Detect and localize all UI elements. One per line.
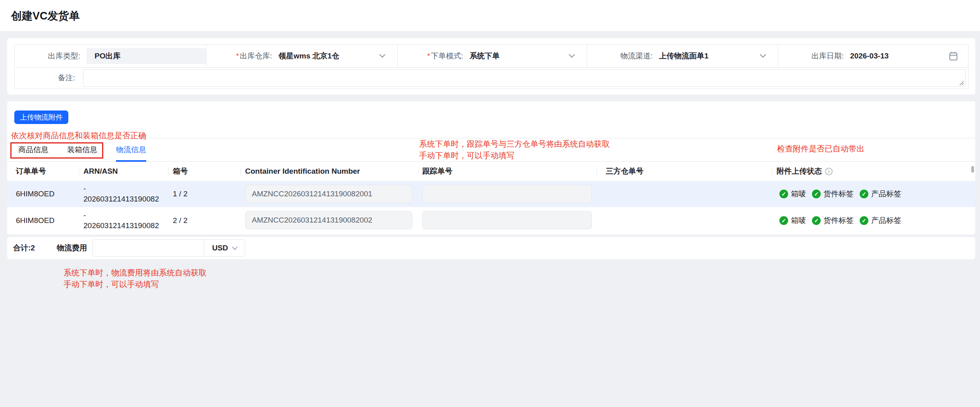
annotation-tracking-note: 系统下单时，跟踪单号与三方仓单号将由系统自动获取 手动下单时，可以手动填写: [419, 138, 610, 161]
outbound-date-label: 出库日期:: [778, 51, 844, 61]
table-scrollbar-thumb[interactable]: [971, 166, 974, 172]
outbound-warehouse-label: *出库仓库:: [207, 51, 272, 61]
header-separator: [240, 167, 241, 176]
header-arn-asn: ARN/ASN: [83, 167, 118, 176]
cell-order-no: 6HIM8OED: [16, 216, 54, 225]
tab-logistics-info[interactable]: 物流信息: [116, 138, 146, 161]
table-header: 订单单号 ARN/ASN 箱号 Container Identification…: [7, 162, 975, 181]
field-logistics-channel[interactable]: 物流渠道: 上传物流面单1: [587, 45, 778, 67]
annotation-attachment-note: 检查附件是否已自动带出: [777, 143, 864, 155]
cell-box-no: 2 / 2: [173, 216, 187, 225]
header-box-no: 箱号: [173, 166, 188, 176]
top-bar: 创建VC发货单: [0, 0, 980, 31]
cell-order-no: 6HIM8OED: [16, 190, 54, 198]
annotation-check-tabs: 依次核对商品信息和装箱信息是否正确: [11, 130, 149, 141]
check-circle-icon: ✓: [812, 190, 821, 198]
table-footer-card: 合计:2 物流费用 USD: [7, 237, 975, 259]
outbound-type-label: 出库类型:: [15, 51, 80, 61]
attachment-product-label: ✓产品标签: [860, 189, 901, 199]
attachment-shipment-label: ✓货件标签: [812, 215, 854, 226]
check-circle-icon: ✓: [860, 216, 868, 225]
cell-arn-asn: - 202603121413190082: [83, 184, 159, 204]
container-id-input[interactable]: [245, 211, 412, 229]
attachment-box-mark: ✓箱唛: [779, 215, 806, 226]
check-circle-icon: ✓: [812, 216, 821, 225]
total-count: 合计:2: [13, 243, 35, 253]
header-container-id: Container Identification Number: [245, 167, 360, 176]
order-mode-label: *下单模式:: [398, 51, 463, 61]
header-separator: [168, 167, 168, 176]
header-separator: [772, 167, 772, 176]
outbound-warehouse-value[interactable]: 领星wms 北京1仓: [278, 51, 339, 61]
logistics-fee-label: 物流费用: [57, 243, 87, 253]
chevron-down-icon: [232, 244, 238, 250]
page-title: 创建VC发货单: [11, 9, 80, 23]
logistics-channel-value[interactable]: 上传物流面单1: [659, 51, 709, 61]
attachment-box-mark: ✓箱唛: [779, 189, 806, 199]
check-circle-icon: ✓: [779, 190, 788, 198]
field-outbound-warehouse[interactable]: *出库仓库: 领星wms 北京1仓: [207, 45, 398, 67]
remark-label: 备注:: [15, 73, 75, 83]
cell-arn-asn: - 202603121413190082: [83, 210, 159, 231]
calendar-icon[interactable]: [949, 51, 958, 61]
attachment-status-group: ✓箱唛 ✓货件标签 ✓产品标签: [779, 189, 901, 199]
attachment-status-group: ✓箱唛 ✓货件标签 ✓产品标签: [779, 215, 901, 226]
chevron-down-icon: [379, 52, 386, 58]
check-circle-icon: ✓: [779, 216, 788, 225]
logistics-fee-group: USD: [92, 239, 245, 257]
table-row: 6HIM8OED - 202603121413190082 1 / 2 ✓箱唛 …: [7, 181, 975, 207]
required-asterisk: *: [236, 52, 239, 60]
chevron-down-icon: [569, 52, 575, 58]
tracking-no-input[interactable]: [422, 185, 592, 203]
attachment-product-label: ✓产品标签: [860, 215, 901, 226]
header-attachment-status: 附件上传状态 i: [777, 166, 833, 176]
info-icon[interactable]: i: [825, 168, 833, 175]
header-third-party-no: 三方仓单号: [606, 166, 644, 176]
table-row: 6HIM8OED - 202603121413190082 2 / 2 ✓箱唛 …: [7, 207, 975, 234]
chevron-down-icon: [760, 52, 766, 58]
outbound-date-value[interactable]: 2026-03-13: [850, 52, 889, 60]
required-asterisk: *: [427, 52, 430, 60]
shipment-form-card: 出库类型: PO出库 *出库仓库: 领星wms 北京1仓 *下单模式: 系统下单…: [7, 38, 975, 95]
field-outbound-type: 出库类型: PO出库: [15, 45, 207, 67]
upload-logistics-attachment-button[interactable]: 上传物流附件: [14, 110, 68, 124]
annotation-red-box: [10, 142, 103, 159]
logistics-fee-input[interactable]: [93, 240, 204, 256]
logistics-info-card: 上传物流附件 依次核对商品信息和装箱信息是否正确 商品信息 装箱信息 物流信息 …: [7, 101, 975, 235]
field-order-mode[interactable]: *下单模式: 系统下单: [398, 45, 587, 67]
header-separator: [597, 167, 597, 176]
outbound-type-input[interactable]: PO出库: [87, 48, 206, 64]
remark-textarea[interactable]: [83, 69, 966, 87]
currency-select[interactable]: USD: [204, 240, 245, 256]
container-id-input[interactable]: [245, 185, 412, 203]
field-outbound-date[interactable]: 出库日期: 2026-03-13: [778, 45, 969, 67]
header-order-no: 订单单号: [16, 166, 46, 176]
logistics-channel-label: 物流渠道:: [587, 51, 653, 61]
header-separator: [418, 167, 419, 176]
annotation-fee-note: 系统下单时，物流费用将由系统自动获取 手动下单时，可以手动填写: [64, 267, 207, 290]
order-mode-value[interactable]: 系统下单: [470, 51, 500, 61]
field-remark: 备注:: [15, 68, 968, 88]
attachment-shipment-label: ✓货件标签: [812, 189, 854, 199]
header-tracking-no: 跟踪单号: [422, 166, 452, 176]
check-circle-icon: ✓: [860, 190, 868, 198]
tracking-no-input[interactable]: [422, 211, 592, 229]
shipment-form: 出库类型: PO出库 *出库仓库: 领星wms 北京1仓 *下单模式: 系统下单…: [14, 45, 968, 89]
header-separator: [79, 167, 79, 176]
cell-box-no: 1 / 2: [173, 190, 187, 198]
